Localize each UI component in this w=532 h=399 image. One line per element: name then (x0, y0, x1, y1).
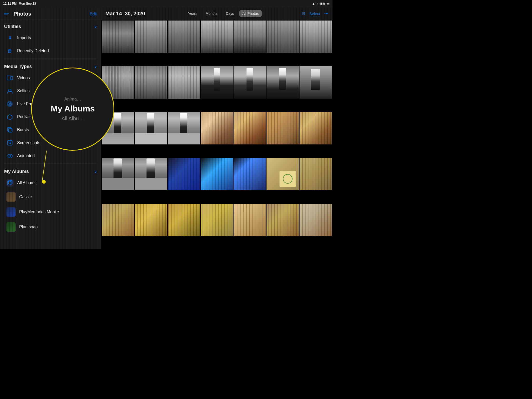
battery-icon: ▭ (327, 2, 329, 5)
status-time-date: 12:11 PM Mon Sep 28 (3, 2, 36, 5)
photo-cell[interactable] (267, 66, 299, 99)
photo-grid (101, 20, 332, 249)
wifi-icon: ▲ (312, 2, 315, 5)
photo-cell[interactable] (234, 66, 266, 99)
main-content: Mar 14–30, 2020 Years Months Days All Ph… (101, 7, 332, 249)
battery: 45% (320, 2, 325, 5)
date: Mon Sep 28 (19, 2, 36, 5)
photo-cell[interactable] (168, 112, 200, 144)
photo-cell[interactable] (135, 158, 167, 190)
photo-cell[interactable] (201, 66, 233, 99)
time: 12:11 PM (3, 2, 17, 5)
app-container: Photos Edit Utilities ∨ ⬇ Imports 🗑 Rece… (0, 7, 332, 249)
status-bar: 12:11 PM Mon Sep 28 ▲ ↑ 45% ▭ (0, 0, 332, 7)
photo-cell[interactable] (300, 66, 332, 99)
signal-icon: ↑ (316, 2, 318, 5)
photo-cell[interactable] (267, 158, 299, 190)
status-indicators: ▲ ↑ 45% ▭ (312, 2, 329, 5)
photo-cell[interactable] (135, 112, 167, 144)
photo-cell[interactable] (102, 158, 134, 190)
photo-cell[interactable] (102, 112, 134, 144)
photo-cell[interactable] (135, 66, 167, 99)
